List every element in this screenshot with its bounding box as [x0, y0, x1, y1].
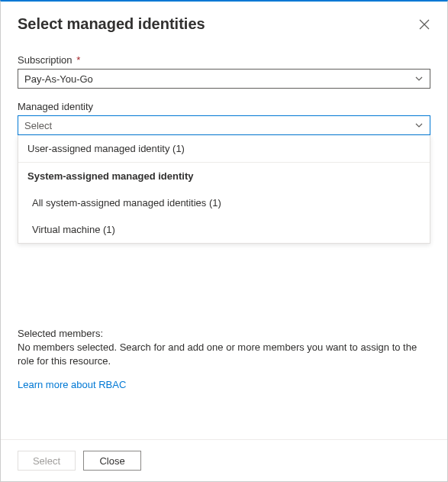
chevron-down-icon — [414, 121, 424, 130]
subscription-label-text: Subscription — [18, 54, 73, 66]
selected-members-block: Selected members: No members selected. S… — [18, 328, 430, 368]
subscription-value: Pay-As-You-Go — [24, 73, 93, 85]
close-button[interactable]: Close — [83, 451, 141, 471]
dropdown-option-user-assigned[interactable]: User-assigned managed identity (1) — [18, 135, 430, 162]
select-button[interactable]: Select — [18, 451, 76, 471]
managed-identity-label: Managed identity — [18, 101, 430, 112]
selected-members-title: Selected members: — [18, 328, 430, 339]
learn-more-rbac-link[interactable]: Learn more about RBAC — [18, 379, 126, 390]
selected-members-description: No members selected. Search for and add … — [18, 341, 430, 368]
dropdown-group-system-assigned: System-assigned managed identity — [18, 162, 430, 189]
subscription-select[interactable]: Pay-As-You-Go — [18, 69, 430, 89]
managed-identity-placeholder: Select — [24, 120, 52, 131]
managed-identity-select[interactable]: Select — [18, 115, 430, 135]
managed-identity-dropdown: User-assigned managed identity (1) Syste… — [18, 135, 430, 244]
chevron-down-icon — [414, 74, 424, 83]
panel-body: Subscription * Pay-As-You-Go Managed ide… — [1, 40, 447, 439]
close-icon[interactable] — [418, 18, 430, 31]
panel-footer: Select Close — [1, 439, 447, 481]
dropdown-option-virtual-machine[interactable]: Virtual machine (1) — [18, 216, 430, 243]
required-indicator: * — [76, 54, 80, 66]
dropdown-option-all-system[interactable]: All system-assigned managed identities (… — [18, 189, 430, 216]
panel-header: Select managed identities — [1, 2, 447, 40]
subscription-label: Subscription * — [18, 54, 430, 66]
panel-title: Select managed identities — [18, 15, 205, 33]
